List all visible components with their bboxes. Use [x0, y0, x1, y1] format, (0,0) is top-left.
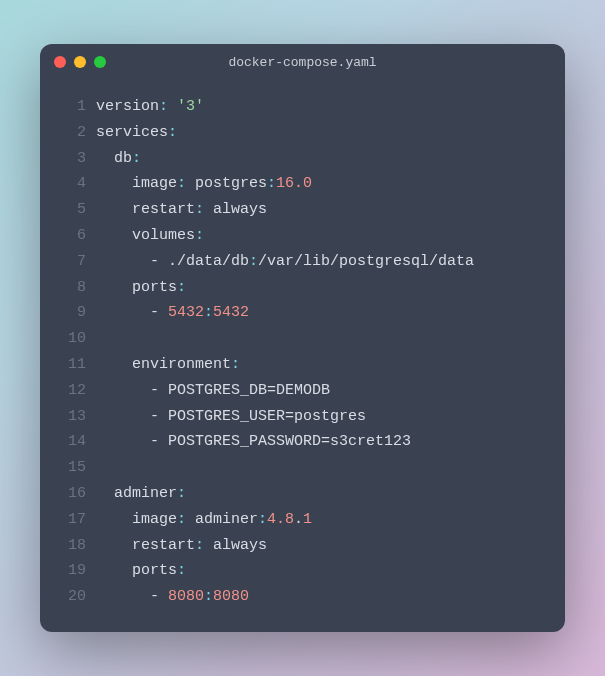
- line-number: 19: [58, 558, 86, 584]
- code-line: 12 - POSTGRES_DB=DEMODB: [58, 378, 547, 404]
- line-number: 9: [58, 300, 86, 326]
- line-content: services:: [96, 120, 177, 146]
- line-content: restart: always: [96, 197, 267, 223]
- line-number: 12: [58, 378, 86, 404]
- line-number: 10: [58, 326, 86, 352]
- line-content: image: adminer:4.8.1: [96, 507, 312, 533]
- line-content: db:: [96, 146, 141, 172]
- line-number: 17: [58, 507, 86, 533]
- code-line: 11 environment:: [58, 352, 547, 378]
- line-number: 8: [58, 275, 86, 301]
- line-content: ports:: [96, 275, 186, 301]
- code-line: 17 image: adminer:4.8.1: [58, 507, 547, 533]
- minimize-icon[interactable]: [74, 56, 86, 68]
- titlebar: docker-compose.yaml: [40, 44, 565, 80]
- line-number: 15: [58, 455, 86, 481]
- line-number: 11: [58, 352, 86, 378]
- line-number: 13: [58, 404, 86, 430]
- window-title: docker-compose.yaml: [40, 55, 565, 70]
- code-line: 14 - POSTGRES_PASSWORD=s3cret123: [58, 429, 547, 455]
- code-line: 16 adminer:: [58, 481, 547, 507]
- line-content: restart: always: [96, 533, 267, 559]
- traffic-lights: [54, 56, 106, 68]
- line-content: volumes:: [96, 223, 204, 249]
- line-number: 16: [58, 481, 86, 507]
- line-number: 4: [58, 171, 86, 197]
- code-line: 20 - 8080:8080: [58, 584, 547, 610]
- line-number: 7: [58, 249, 86, 275]
- code-line: 13 - POSTGRES_USER=postgres: [58, 404, 547, 430]
- line-number: 18: [58, 533, 86, 559]
- code-line: 7 - ./data/db:/var/lib/postgresql/data: [58, 249, 547, 275]
- code-line: 18 restart: always: [58, 533, 547, 559]
- line-number: 2: [58, 120, 86, 146]
- code-line: 4 image: postgres:16.0: [58, 171, 547, 197]
- line-content: - POSTGRES_PASSWORD=s3cret123: [96, 429, 411, 455]
- line-content: - POSTGRES_USER=postgres: [96, 404, 366, 430]
- line-content: version: '3': [96, 94, 204, 120]
- line-content: - 5432:5432: [96, 300, 249, 326]
- code-line: 2services:: [58, 120, 547, 146]
- line-number: 1: [58, 94, 86, 120]
- close-icon[interactable]: [54, 56, 66, 68]
- line-content: ports:: [96, 558, 186, 584]
- line-number: 6: [58, 223, 86, 249]
- code-line: 6 volumes:: [58, 223, 547, 249]
- line-number: 14: [58, 429, 86, 455]
- editor-window: docker-compose.yaml 1version: '3'2servic…: [40, 44, 565, 632]
- line-content: image: postgres:16.0: [96, 171, 312, 197]
- code-line: 19 ports:: [58, 558, 547, 584]
- line-content: - ./data/db:/var/lib/postgresql/data: [96, 249, 474, 275]
- code-line: 8 ports:: [58, 275, 547, 301]
- code-editor[interactable]: 1version: '3'2services:3 db:4 image: pos…: [40, 80, 565, 632]
- line-number: 20: [58, 584, 86, 610]
- code-line: 3 db:: [58, 146, 547, 172]
- code-line: 1version: '3': [58, 94, 547, 120]
- maximize-icon[interactable]: [94, 56, 106, 68]
- code-line: 10: [58, 326, 547, 352]
- line-number: 5: [58, 197, 86, 223]
- line-content: environment:: [96, 352, 240, 378]
- code-line: 5 restart: always: [58, 197, 547, 223]
- line-number: 3: [58, 146, 86, 172]
- line-content: - 8080:8080: [96, 584, 249, 610]
- code-line: 9 - 5432:5432: [58, 300, 547, 326]
- code-line: 15: [58, 455, 547, 481]
- line-content: - POSTGRES_DB=DEMODB: [96, 378, 330, 404]
- line-content: adminer:: [96, 481, 186, 507]
